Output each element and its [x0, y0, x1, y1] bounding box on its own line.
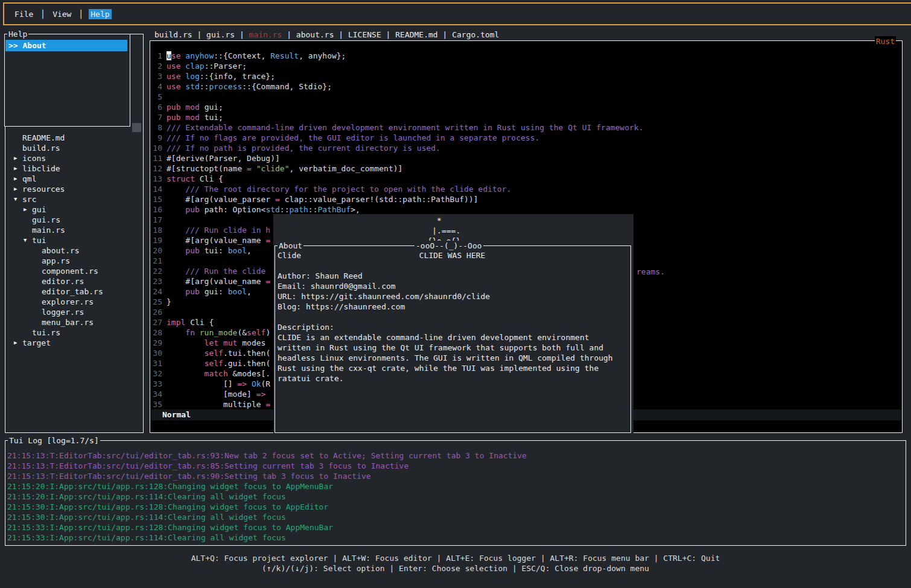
- help-dropdown-menu[interactable]: Help >> About: [4, 34, 130, 127]
- tree-item-target[interactable]: ▶target: [5, 338, 142, 348]
- line-content: use std::process::{Command, Stdio};: [167, 81, 332, 92]
- tab-main-rs[interactable]: main.rs: [249, 30, 282, 39]
- log-entry: 21:15:13:T:EditorTab:src/tui/editor_tab.…: [7, 450, 904, 461]
- tree-item-label: src: [22, 194, 36, 204]
- tree-item-libclide[interactable]: ▶libclide: [5, 163, 142, 174]
- explorer-scrollbar-thumb[interactable]: [132, 123, 141, 132]
- line-number: 5: [150, 92, 162, 102]
- line-number: 2: [150, 61, 162, 71]
- syntax-txt: tui:: [205, 246, 228, 255]
- tree-item-gui-rs[interactable]: gui.rs: [5, 215, 142, 225]
- log-entries: 21:15:13:T:EditorTab:src/tui/editor_tab.…: [7, 450, 904, 543]
- syntax-kw: match: [167, 369, 233, 378]
- about-dialog-body: Clide CLIDE WAS HERE Author: Shaun Reed …: [278, 250, 613, 384]
- tree-item-editor-rs[interactable]: editor.rs: [5, 276, 142, 286]
- syntax-txt: [247, 379, 252, 388]
- keybinding-help-line-1: ALT+Q: Focus project explorer | ALT+W: F…: [0, 553, 911, 563]
- tree-item-main-rs[interactable]: main.rs: [5, 225, 142, 235]
- tree-item-qml[interactable]: ▶qml: [5, 174, 142, 184]
- line-number: 34: [150, 389, 162, 399]
- syntax-mod: bool: [228, 246, 247, 255]
- menu-bar[interactable]: File│View│Help: [3, 2, 911, 25]
- syntax-mod: process: [209, 82, 242, 91]
- tab-gui-rs[interactable]: gui.rs: [206, 30, 235, 39]
- tree-item-app-rs[interactable]: app.rs: [5, 256, 142, 266]
- editor-tab-bar[interactable]: build.rs | gui.rs | main.rs | about.rs |…: [154, 30, 499, 40]
- tree-item-resources[interactable]: ▶resources: [5, 184, 142, 194]
- tab-build-rs[interactable]: build.rs: [154, 30, 192, 39]
- tab-license[interactable]: LICENSE: [348, 30, 381, 39]
- syntax-mod: Ok: [252, 379, 261, 388]
- line-content: [] => Ok(R: [167, 379, 270, 389]
- syntax-txt: multiple: [167, 400, 265, 409]
- syntax-txt: ,: [247, 287, 252, 296]
- tree-item-about-rs[interactable]: about.rs: [5, 245, 142, 256]
- menu-option-about[interactable]: >> About: [5, 40, 127, 51]
- tui-log-panel[interactable]: Tui Log [log=1.7/s] 21:15:13:T:EditorTab…: [5, 440, 906, 546]
- keybinding-help-line-2: (↑/k)/(↓/j): Select option | Enter: Choo…: [0, 563, 911, 574]
- tree-item-label: tui.rs: [32, 327, 60, 338]
- tree-item-gui[interactable]: ▶gui: [5, 204, 142, 215]
- syntax-txt: }: [167, 297, 171, 306]
- syntax-mod: anyhow: [185, 51, 214, 60]
- syntax-txt: .tui.then(: [223, 349, 270, 358]
- line-number: 12: [150, 163, 162, 174]
- syntax-kw: pub mod: [167, 113, 205, 122]
- tree-item-label: logger.rs: [42, 307, 84, 317]
- syntax-txt: #[arg(value_parser: [167, 195, 275, 204]
- log-entry: 21:15:30:I:App:src/tui/app.rs:114:Cleari…: [7, 512, 904, 522]
- syntax-kw: pub: [167, 246, 205, 255]
- line-number: 26: [150, 307, 162, 317]
- syntax-fn: run_mode: [200, 328, 238, 337]
- line-number: 29: [150, 338, 162, 348]
- syntax-txt: ::: [280, 205, 290, 214]
- log-panel-title: Tui Log [log=1.7/s]: [8, 435, 100, 446]
- tree-item-build-rs[interactable]: build.rs: [5, 143, 142, 153]
- syntax-txt: #[arg(value_name: [167, 277, 265, 286]
- tree-item-menu-bar-rs[interactable]: menu_bar.rs: [5, 317, 142, 327]
- menu-separator: │: [40, 10, 45, 19]
- line-content: #[arg(value_name =: [167, 235, 270, 245]
- tree-item-label: qml: [22, 174, 36, 184]
- chevron-right-icon: ▶: [14, 163, 22, 174]
- tab-readme-md[interactable]: README.md: [395, 30, 437, 39]
- tree-item-component-rs[interactable]: component.rs: [5, 266, 142, 276]
- line-number: 24: [150, 286, 162, 297]
- code-line: 9/// If no flags are provided, the GUI e…: [150, 133, 902, 143]
- line-content: pub gui: bool,: [167, 286, 252, 297]
- syntax-txt: , verbatim_doc_comment)]: [290, 164, 403, 173]
- syntax-mod: log: [185, 72, 199, 81]
- tree-item-explorer-rs[interactable]: explorer.rs: [5, 297, 142, 307]
- tree-item-readme-md[interactable]: README.md: [5, 133, 142, 143]
- code-line: 16 pub path: Option<std::path::PathBuf>,: [150, 204, 902, 215]
- syntax-txt: [252, 164, 256, 173]
- tree-item-editor-tab-rs[interactable]: editor_tab.rs: [5, 286, 142, 297]
- chevron-right-icon: ▶: [14, 153, 22, 163]
- menu-item-view[interactable]: View: [51, 9, 73, 19]
- tree-item-icons[interactable]: ▶icons: [5, 153, 142, 163]
- syntax-txt: ::: [308, 205, 318, 214]
- line-content: pub mod tui;: [167, 112, 223, 122]
- tree-item-tui-rs[interactable]: tui.rs: [5, 327, 142, 338]
- line-content: }: [167, 297, 171, 307]
- line-content: /// The root directory for the project t…: [167, 184, 511, 194]
- syntax-txt: gui:: [205, 287, 228, 296]
- code-line: 15 #[arg(value_parser = clap::value_pars…: [150, 194, 902, 204]
- syntax-txt: clap::value_parser!(std::path::PathBuf))…: [280, 195, 478, 204]
- tree-item-label: gui: [32, 204, 46, 215]
- code-line: 13struct Cli {: [150, 174, 902, 184]
- line-number: 18: [150, 225, 162, 235]
- tree-item-src[interactable]: ▼src: [5, 194, 142, 204]
- line-content: pub mod gui;: [167, 102, 223, 112]
- menu-item-file[interactable]: File: [13, 9, 35, 19]
- syntax-mod: std: [265, 205, 279, 214]
- tab-cargo-toml[interactable]: Cargo.toml: [452, 30, 499, 39]
- tree-item-logger-rs[interactable]: logger.rs: [5, 307, 142, 317]
- syntax-txt: (&: [237, 328, 247, 337]
- tab-about-rs[interactable]: about.rs: [296, 30, 334, 39]
- syntax-kw: pub: [167, 287, 205, 296]
- syntax-txt: >,: [351, 205, 360, 214]
- tree-item-tui[interactable]: ▼tui: [5, 235, 142, 245]
- menu-item-help[interactable]: Help: [89, 9, 111, 19]
- syntax-txt: gui;: [205, 103, 223, 112]
